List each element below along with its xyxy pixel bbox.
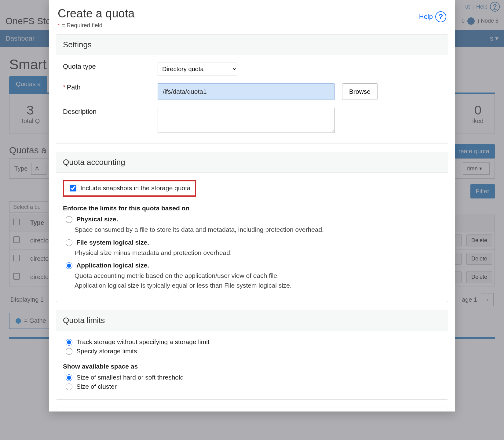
modal-help-label: Help	[419, 13, 433, 21]
limit-option-track[interactable]: Track storage without specifying a stora…	[64, 338, 441, 346]
include-snapshots-highlight: Include snapshots in the storage quota	[63, 180, 196, 197]
limit-title-track: Track storage without specifying a stora…	[76, 338, 210, 346]
modal-title: Create a quota	[58, 7, 134, 20]
description-label: Description	[63, 108, 158, 116]
enforce-option-applogical[interactable]: Application logical size.	[64, 262, 441, 269]
enforce-radio-fslogical[interactable]	[66, 239, 72, 246]
include-snapshots-label: Include snapshots in the storage quota	[80, 184, 191, 192]
browse-button[interactable]: Browse	[342, 83, 378, 100]
enforce-options: Physical size. Space consumed by a file …	[64, 216, 441, 290]
settings-section: Settings Quota type Directory quota *Pat…	[56, 34, 448, 144]
limit-title-specify: Specify storage limits	[76, 347, 137, 355]
enforce-title-applogical: Application logical size.	[76, 262, 149, 269]
quota-type-select[interactable]: Directory quota	[158, 63, 237, 75]
enforce-radio-applogical[interactable]	[66, 262, 72, 269]
limit-option-specify[interactable]: Specify storage limits	[64, 347, 441, 355]
quota-limits-section: Quota limits Track storage without speci…	[56, 310, 448, 400]
space-option-smallest[interactable]: Size of smallest hard or soft threshold	[64, 374, 441, 381]
enforce-title-physical: Physical size.	[76, 216, 118, 223]
enforce-desc-physical: Space consumed by a file to store its da…	[75, 225, 441, 235]
next-section-top	[56, 408, 448, 411]
path-label: *Path	[63, 83, 158, 91]
space-title-smallest: Size of smallest hard or soft threshold	[76, 374, 184, 381]
include-snapshots-checkbox[interactable]	[70, 185, 76, 191]
modal-help-link[interactable]: Help ?	[419, 11, 446, 22]
space-radio-smallest[interactable]	[66, 374, 72, 381]
create-quota-modal: Create a quota * = Required field Help ?…	[49, 0, 455, 412]
limit-radio-specify[interactable]	[66, 348, 72, 355]
space-head: Show available space as	[63, 363, 441, 370]
quota-limits-header: Quota limits	[56, 310, 448, 331]
space-title-cluster: Size of cluster	[76, 383, 117, 390]
enforce-option-physical[interactable]: Physical size.	[64, 216, 441, 223]
space-option-cluster[interactable]: Size of cluster	[64, 383, 441, 390]
background-page: ut | Help ? OneFS Sto 0 i ) Node 8 Dashb…	[0, 0, 504, 440]
enforce-option-fslogical[interactable]: File system logical size.	[64, 239, 441, 246]
space-radio-cluster[interactable]	[66, 384, 72, 390]
enforce-basis-label: Enforce the limits for this quota based …	[63, 205, 441, 212]
include-snapshots-row[interactable]: Include snapshots in the storage quota	[68, 184, 191, 192]
enforce-desc-applogical: Quota accounting metric based on the app…	[75, 271, 441, 290]
limit-options: Track storage without specifying a stora…	[64, 338, 441, 355]
quota-accounting-header: Quota accounting	[56, 152, 448, 173]
space-options: Size of smallest hard or soft threshold …	[64, 374, 441, 390]
enforce-radio-physical[interactable]	[66, 216, 72, 223]
required-note: * = Required field	[58, 22, 134, 29]
settings-header: Settings	[56, 35, 448, 55]
quota-type-label: Quota type	[63, 63, 158, 71]
path-input[interactable]	[158, 83, 335, 100]
quota-accounting-section: Quota accounting Include snapshots in th…	[56, 152, 448, 302]
limit-radio-track[interactable]	[66, 339, 72, 346]
enforce-title-fslogical: File system logical size.	[76, 239, 149, 246]
description-textarea[interactable]	[158, 108, 335, 133]
enforce-desc-fslogical: Physical size minus metadata and protect…	[75, 248, 441, 258]
help-icon: ?	[435, 11, 446, 22]
